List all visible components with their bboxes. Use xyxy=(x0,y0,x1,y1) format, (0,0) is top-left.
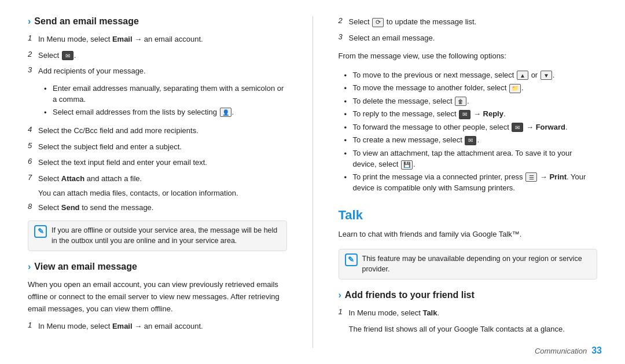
step-4: 4 Select the Cc/Bcc field and add more r… xyxy=(28,125,287,137)
forward-mail-icon: ✉ xyxy=(512,123,523,132)
step-5: 5 Select the subject field and enter a s… xyxy=(28,141,287,153)
step-3-bullets: • Enter email addresses manually, separa… xyxy=(44,83,287,120)
step-6: 6 Select the text input field and enter … xyxy=(28,157,287,168)
step-2: 2 Select ✉. xyxy=(28,50,287,61)
talk-step-1-sub: The friend list shows all of your Google… xyxy=(349,323,598,335)
option-2: • To move the message to another folder,… xyxy=(344,82,598,94)
left-column: › Send an email message 1 In Menu mode, … xyxy=(28,16,287,348)
chevron-icon-2: › xyxy=(28,262,31,272)
note-talk: ✎ This feature may be unavailable depend… xyxy=(339,249,598,280)
note-icon: ✎ xyxy=(34,225,47,238)
note-offline: ✎ If you are offline or outside your ser… xyxy=(28,220,287,252)
step-8: 8 Select Send to send the message. xyxy=(28,202,287,214)
option-7: • To view an attachment, tap the attachm… xyxy=(344,148,598,170)
refresh-icon: ⟳ xyxy=(372,18,384,27)
footer-label: Communication xyxy=(535,347,587,355)
section-send-email-heading: › Send an email message xyxy=(28,16,287,27)
section-view-email-heading: › View an email message xyxy=(28,262,287,272)
send-email-title: Send an email message xyxy=(34,16,139,27)
options-list: • To move to the previous or next messag… xyxy=(344,69,598,195)
save-icon: 💾 xyxy=(401,160,413,170)
new-msg-icon: ✉ xyxy=(465,136,476,145)
step-1: 1 In Menu mode, select Email → an email … xyxy=(28,34,287,45)
chevron-icon-3: › xyxy=(339,290,341,300)
step-7: 7 Select Attach and attach a file. xyxy=(28,173,287,185)
talk-step-1: 1 In Menu mode, select Talk. xyxy=(339,307,598,319)
down-icon: ▼ xyxy=(541,71,552,80)
delete-icon: 🗑 xyxy=(455,97,466,106)
option-6: • To create a new message, select ✉. xyxy=(344,134,598,146)
reply-mail-icon: ✉ xyxy=(459,110,470,119)
option-8: • To print the message via a connected p… xyxy=(344,171,598,194)
talk-intro: Learn to chat with friends and family vi… xyxy=(339,229,598,241)
chevron-icon: › xyxy=(28,16,31,27)
bullet-item: • Select email addresses from the lists … xyxy=(44,106,287,119)
option-4: • To reply to the message, select ✉ → Re… xyxy=(344,108,598,120)
right-column: 2 Select ⟳ to update the message list. 3… xyxy=(339,16,598,348)
contact-icon: 👤 xyxy=(220,108,231,117)
menu-icon: ☰ xyxy=(525,172,537,182)
add-friends-heading: › Add friends to your friend list xyxy=(339,290,598,300)
note-icon-2: ✎ xyxy=(345,253,358,266)
option-3: • To delete the message, select 🗑. xyxy=(344,95,598,108)
footer-page-number: 33 xyxy=(591,345,602,356)
step-3: 3 Add recipients of your message. xyxy=(28,65,287,77)
bullet-item: • Enter email addresses manually, separa… xyxy=(44,83,287,105)
talk-heading: Talk xyxy=(339,208,598,223)
view-email-body: When you open an email account, you can … xyxy=(28,279,287,315)
right-step-3: 3 Select an email message. xyxy=(339,32,598,44)
view-email-title: View an email message xyxy=(34,262,137,272)
view-step-1: 1 In Menu mode, select Email → an email … xyxy=(28,321,287,332)
right-step-2: 2 Select ⟳ to update the message list. xyxy=(339,16,598,28)
folder-icon: 📁 xyxy=(509,84,521,93)
footer: Communication 33 xyxy=(535,345,602,356)
option-1: • To move to the previous or next messag… xyxy=(344,69,598,82)
option-5: • To forward the message to other people… xyxy=(344,122,598,134)
add-friends-title: Add friends to your friend list xyxy=(345,290,475,300)
column-divider xyxy=(312,16,313,348)
step-7-sub: You can attach media files, contacts, or… xyxy=(38,189,287,197)
up-icon: ▲ xyxy=(517,71,528,80)
compose-icon: ✉ xyxy=(62,51,73,60)
options-intro: From the message view, use the following… xyxy=(339,50,598,62)
